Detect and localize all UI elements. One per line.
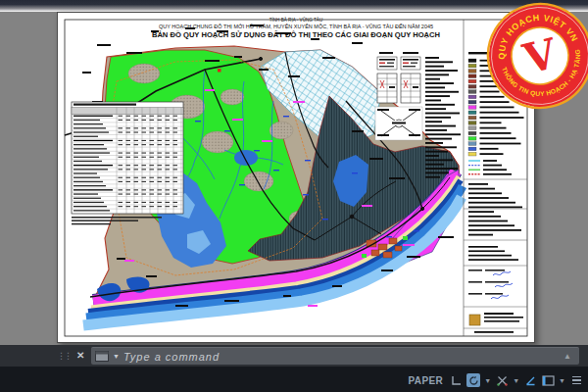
table-value-bar <box>158 189 163 190</box>
isodraft-dropdown-icon[interactable]: ▼ <box>513 377 519 384</box>
mini-location-tables <box>375 52 422 140</box>
note-text-bar <box>468 250 505 252</box>
map-label-bar-magenta <box>403 244 415 246</box>
map-main-title: BẢN ĐỒ QUY HOẠCH SỬ DỤNG ĐẤT ĐÔ THỊ THEO… <box>152 29 440 39</box>
map-label-bar-blue <box>303 194 309 195</box>
legend-swatch <box>468 111 476 115</box>
table-value-bar <box>173 177 178 178</box>
note-text-bar <box>468 234 493 236</box>
isometric-drafting-icon[interactable] <box>495 373 509 387</box>
table-value-bar <box>119 116 123 117</box>
close-icon[interactable]: ✕ <box>76 351 84 361</box>
table-cell-text-bar <box>74 202 104 203</box>
legend-label-bar <box>480 80 517 82</box>
table-cell-text-bar <box>74 177 100 178</box>
table-value-bar <box>166 144 171 145</box>
table-value-bar <box>119 202 123 203</box>
table-value-bar <box>166 120 171 121</box>
map-label-bar <box>381 270 393 271</box>
autocad-window: TỈNH BÀ RỊA - VŨNG TÀU QUY HOẠCH CHUNG Đ… <box>0 0 588 392</box>
table-footnote-bar <box>72 223 111 225</box>
map-label-bar <box>259 69 269 71</box>
command-input[interactable]: ▼ Type a command ▲ <box>91 347 579 365</box>
table-value-bar <box>150 177 155 178</box>
paper-space-label[interactable]: PAPER <box>408 375 443 386</box>
note-text-bar <box>425 133 461 135</box>
customization-menu-icon[interactable] <box>569 373 583 387</box>
note-text-bar <box>468 192 502 194</box>
note-text-bar <box>468 211 494 213</box>
table-cell-text-bar <box>74 198 101 199</box>
note-text-bar <box>468 197 509 199</box>
legend-label-bar <box>480 96 505 98</box>
table-value-bar <box>166 202 171 203</box>
legend-swatch <box>468 147 476 151</box>
note-text-bar <box>425 125 456 127</box>
table-value-bar <box>126 127 131 128</box>
map-label-bar <box>217 30 228 32</box>
table-value-bar <box>150 169 155 170</box>
chevron-down-icon[interactable]: ▼ <box>113 353 120 360</box>
table-value-bar <box>119 153 123 154</box>
table-value-bar <box>119 120 123 121</box>
table-cell-text-bar <box>74 206 107 207</box>
table-value-bar <box>126 194 131 195</box>
note-text-bar <box>425 117 451 119</box>
note-text-bar <box>425 78 440 80</box>
map-label-bar <box>126 52 142 54</box>
table-cell-text-bar <box>74 210 110 211</box>
map-label-bar-magenta <box>205 89 215 91</box>
command-history-up-icon[interactable]: ▲ <box>564 353 571 361</box>
map-label-bar <box>151 30 159 32</box>
table-value-bar <box>142 116 147 117</box>
table-value-bar <box>166 165 171 166</box>
table-value-bar <box>158 181 163 182</box>
map-label-bar-magenta <box>262 140 272 142</box>
ortho-mode-icon[interactable] <box>449 373 463 387</box>
legend-label-bar <box>480 85 522 87</box>
table-value-bar <box>158 127 163 128</box>
legend-label-bar <box>483 169 507 171</box>
table-value-bar <box>173 140 178 141</box>
table-value-bar <box>173 132 178 133</box>
annotation-angle-icon[interactable] <box>523 373 537 387</box>
table-value-bar <box>134 165 139 166</box>
status-strip: PAPER ▼ ▼ <box>0 367 588 392</box>
annotation-dropdown-icon[interactable]: ▼ <box>559 377 565 384</box>
table-cell-text-bar <box>74 123 103 124</box>
command-line-bar: ⋮⋮ ✕ ▼ Type a command ▲ <box>0 345 588 367</box>
table-value-bar <box>126 189 131 190</box>
table-value-bar <box>166 140 171 141</box>
map-label-bar <box>82 72 91 74</box>
table-value-bar <box>158 169 163 170</box>
table-value-bar <box>126 181 131 182</box>
table-cell-text-bar <box>74 152 110 153</box>
note-text-bar <box>425 138 452 140</box>
note-text-bar <box>468 246 498 248</box>
legend-label-bar <box>480 143 521 145</box>
table-value-bar <box>158 194 163 195</box>
table-value-bar <box>119 206 123 207</box>
polar-dropdown-icon[interactable]: ▼ <box>484 377 491 384</box>
map-label-bar <box>275 32 291 34</box>
note-text-bar <box>468 202 515 204</box>
polar-tracking-icon[interactable] <box>466 373 480 387</box>
table-value-bar <box>158 140 163 141</box>
commandline-grip-handle[interactable]: ⋮⋮ <box>57 352 71 361</box>
note-text-bar <box>425 121 442 122</box>
annotation-monitor-icon[interactable] <box>541 373 555 387</box>
table-value-bar <box>150 153 155 154</box>
table-value-bar <box>150 120 155 121</box>
map-label-bar <box>389 177 405 179</box>
landuse-statistics-table <box>72 102 183 224</box>
table-value-bar <box>142 202 147 203</box>
legend-swatch <box>468 74 476 78</box>
table-value-bar <box>126 116 131 117</box>
paper-space-canvas[interactable]: TỈNH BÀ RỊA - VŨNG TÀU QUY HOẠCH CHUNG Đ… <box>0 12 588 345</box>
table-value-bar <box>126 120 131 121</box>
note-text-bar <box>425 142 443 144</box>
table-value-bar <box>150 202 155 203</box>
table-cell-text-bar <box>74 181 103 182</box>
top-gradient-strip <box>0 0 588 12</box>
table-value-bar <box>150 132 155 133</box>
